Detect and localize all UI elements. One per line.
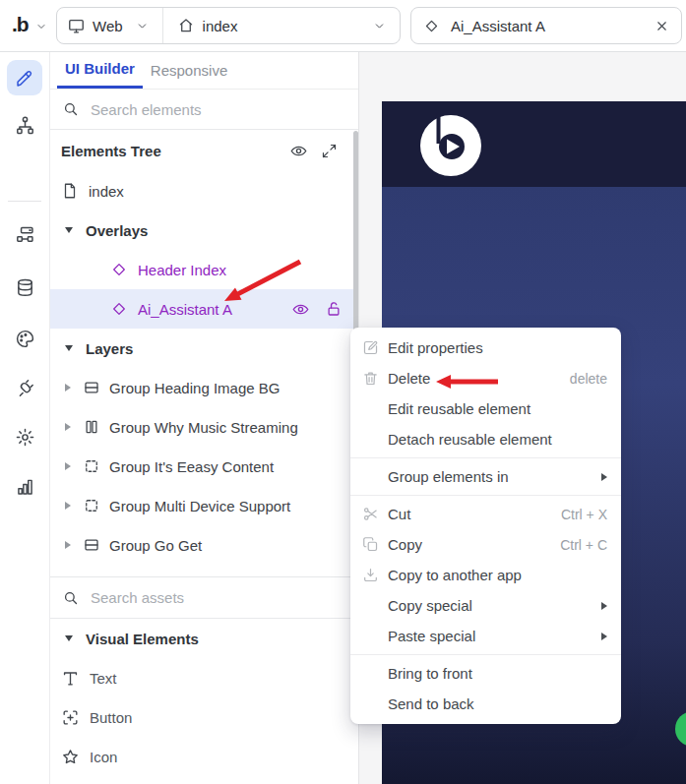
- btunes-logo: [416, 111, 485, 180]
- asset-item-button[interactable]: Button: [49, 697, 358, 737]
- diamond-icon: [110, 300, 128, 318]
- section-label: Overlays: [86, 222, 148, 239]
- menu-item-label: Paste special: [388, 628, 475, 644]
- eye-icon[interactable]: [289, 142, 308, 160]
- menu-separator: [350, 495, 621, 496]
- close-icon[interactable]: [655, 19, 669, 33]
- menu-item-label: Detach reusable element: [388, 431, 552, 448]
- menu-item-bring-to-front[interactable]: Bring to front: [350, 658, 621, 689]
- reusable-element-tab[interactable]: Ai_Assistant A: [410, 7, 682, 44]
- menu-item-paste-special[interactable]: Paste special: [350, 621, 621, 651]
- tree-item-group[interactable]: Group Why Music Streaming: [49, 407, 358, 447]
- workflow-tree-icon[interactable]: [7, 107, 42, 143]
- menu-item-label: Cut: [388, 506, 410, 522]
- visibility-eye-icon[interactable]: [291, 300, 310, 319]
- caret-right-icon: [65, 384, 71, 392]
- assets-section-visual-elements[interactable]: Visual Elements: [49, 619, 358, 658]
- submenu-caret-icon: [601, 633, 607, 640]
- menu-item-group-elements-in[interactable]: Group elements in: [350, 461, 621, 492]
- tree-item-group[interactable]: Group Go Get: [49, 525, 358, 565]
- ui-builder-panel: UI Builder Responsive Search elements El…: [49, 51, 359, 784]
- elements-tree-header: Elements Tree: [49, 130, 358, 171]
- menu-item-copy-to-another-app[interactable]: Copy to another app: [350, 560, 621, 590]
- trash-icon: [362, 370, 388, 387]
- unlock-icon[interactable]: [325, 300, 343, 318]
- platform-chevron-down-icon[interactable]: [136, 20, 149, 32]
- menu-item-label: Edit reusable element: [388, 400, 530, 417]
- menu-item-label: Copy special: [388, 597, 472, 614]
- tree-item-label: Ai_Assistant A: [138, 301, 232, 318]
- tree-item-label: Group Heading Image BG: [109, 380, 280, 396]
- diamond-icon: [110, 261, 128, 278]
- menu-item-edit-properties[interactable]: Edit properties: [350, 332, 621, 363]
- menu-shortcut: Ctrl + X: [561, 507, 607, 522]
- search-assets-field[interactable]: Search assets: [49, 576, 358, 619]
- monitor-icon: [67, 17, 86, 35]
- tab-responsive[interactable]: Responsive: [143, 51, 235, 89]
- menu-item-copy-special[interactable]: Copy special: [350, 590, 621, 621]
- tree-item-group[interactable]: Group It's Eeasy Content: [49, 447, 358, 486]
- styles-palette-icon[interactable]: [7, 321, 42, 356]
- asset-item-label: Icon: [90, 749, 117, 765]
- logs-chart-icon[interactable]: [7, 468, 42, 504]
- page-chevron-down-icon[interactable]: [373, 20, 386, 32]
- plugins-plug-icon[interactable]: [7, 370, 42, 405]
- tab-ui-builder[interactable]: UI Builder: [57, 51, 143, 89]
- tree-item-label: Group Go Get: [109, 537, 202, 554]
- tree-item-ai-assistant[interactable]: Ai_Assistant A: [49, 289, 358, 329]
- search-assets-placeholder: Search assets: [91, 589, 184, 606]
- menu-item-label: Bring to front: [388, 665, 472, 682]
- tree-item-label: index: [89, 183, 124, 200]
- tree-item-label: Group Why Music Streaming: [109, 419, 298, 436]
- tab-label: Ai_Assistant A: [451, 18, 545, 34]
- tree-item-group[interactable]: Group Multi Device Support: [49, 486, 358, 525]
- caret-right-icon: [65, 423, 71, 431]
- tree-item-index[interactable]: index: [49, 171, 358, 211]
- asset-item-label: Text: [90, 670, 117, 687]
- settings-gear-icon[interactable]: [7, 419, 42, 454]
- elements-tree-title: Elements Tree: [61, 143, 161, 159]
- tree-section-layers[interactable]: Layers: [49, 329, 358, 368]
- menu-item-delete[interactable]: Delete delete: [350, 363, 621, 393]
- button-icon: [61, 708, 80, 727]
- diamond-icon: [423, 18, 440, 34]
- caret-down-icon: [65, 227, 73, 233]
- expand-icon[interactable]: [321, 143, 338, 159]
- asset-item-text[interactable]: Text: [49, 658, 358, 697]
- flow-layout-icon[interactable]: [7, 216, 42, 252]
- menu-item-detach-reusable[interactable]: Detach reusable element: [350, 424, 621, 454]
- menu-item-send-to-back[interactable]: Send to back: [350, 689, 621, 719]
- asset-item-icon[interactable]: Icon: [49, 737, 358, 776]
- search-elements-field[interactable]: Search elements: [49, 90, 358, 130]
- menu-item-label: Edit properties: [388, 339, 483, 356]
- rows-icon: [83, 536, 100, 554]
- design-pencil-icon[interactable]: [7, 60, 42, 95]
- caret-down-icon: [65, 345, 73, 351]
- tree-item-header-index[interactable]: Header Index: [49, 250, 358, 289]
- tree-item-group[interactable]: Group Heading Image BG: [49, 368, 358, 407]
- section-label: Layers: [86, 340, 133, 357]
- database-icon[interactable]: [7, 270, 42, 305]
- text-icon: [61, 669, 80, 688]
- page-select[interactable]: index: [203, 18, 238, 34]
- star-icon: [61, 748, 80, 766]
- menu-item-label: Delete: [388, 370, 430, 387]
- logo-chevron-down-icon[interactable]: [35, 21, 47, 32]
- menu-item-cut[interactable]: Cut Ctrl + X: [350, 499, 621, 529]
- platform-select[interactable]: Web: [93, 18, 123, 34]
- bubble-logo[interactable]: .b: [12, 13, 29, 36]
- page-file-icon: [61, 182, 79, 200]
- top-bar: .b Web index Ai_Assistant A: [0, 0, 686, 52]
- columns-icon: [83, 418, 100, 436]
- menu-item-edit-reusable[interactable]: Edit reusable element: [350, 393, 621, 424]
- menu-item-copy[interactable]: Copy Ctrl + C: [350, 529, 621, 560]
- submenu-caret-icon: [601, 602, 607, 610]
- page-header-band: [382, 101, 686, 187]
- menu-item-label: Send to back: [388, 695, 474, 712]
- edit-properties-icon: [362, 339, 388, 356]
- panel-tabs: UI Builder Responsive: [49, 51, 358, 90]
- dashed-group-icon: [83, 457, 100, 475]
- rows-icon: [83, 379, 100, 396]
- context-menu: Edit properties Delete delete Edit reusa…: [350, 328, 621, 724]
- tree-section-overlays[interactable]: Overlays: [49, 211, 358, 250]
